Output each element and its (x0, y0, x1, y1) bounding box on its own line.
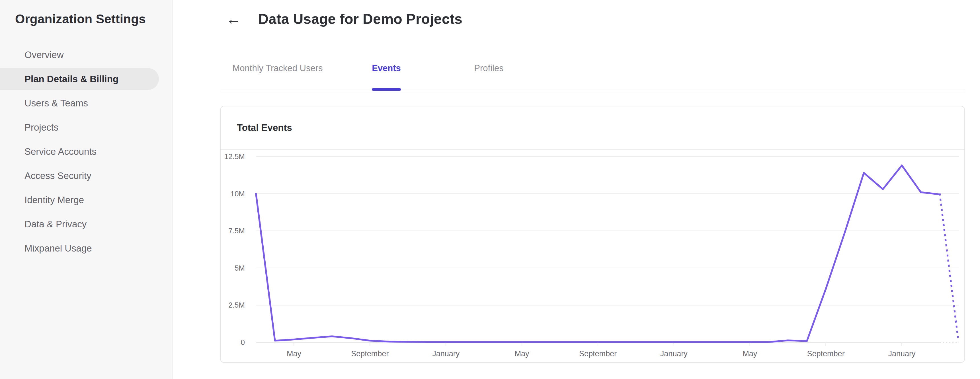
sidebar-item-mixpanel-usage[interactable]: Mixpanel Usage (0, 237, 159, 259)
y-axis-label: 0 (211, 338, 245, 347)
x-axis-label: September (807, 349, 845, 358)
y-axis-label: 10M (211, 189, 245, 198)
y-axis-label: 5M (211, 263, 245, 273)
page: Organization Settings OverviewPlan Detai… (0, 0, 980, 379)
back-arrow-icon[interactable]: ← (224, 10, 244, 30)
tab-monthly-tracked-users[interactable]: Monthly Tracked Users (232, 63, 323, 77)
sidebar-item-overview[interactable]: Overview (0, 44, 159, 66)
x-axis-label: May (287, 349, 301, 358)
x-axis-label: September (351, 349, 389, 358)
sidebar-nav: OverviewPlan Details & BillingUsers & Te… (0, 44, 173, 262)
sidebar-item-identity-merge[interactable]: Identity Merge (0, 189, 159, 211)
x-axis-label: January (888, 349, 915, 358)
total-events-card: Total Events (220, 106, 965, 363)
y-axis-label: 7.5M (211, 226, 245, 235)
x-axis-label: January (660, 349, 687, 358)
sidebar-item-access-security[interactable]: Access Security (0, 165, 159, 187)
x-axis-label: January (432, 349, 460, 358)
tab-events[interactable]: Events (372, 63, 401, 77)
card-header-divider (221, 149, 964, 150)
y-axis-label: 12.5M (211, 152, 245, 161)
x-axis-label: May (743, 349, 757, 358)
page-title: Data Usage for Demo Projects (258, 11, 462, 27)
sidebar-item-users-and-teams[interactable]: Users & Teams (0, 92, 159, 114)
sidebar-item-projects[interactable]: Projects (0, 116, 159, 138)
sidebar-item-service-accounts[interactable]: Service Accounts (0, 141, 159, 162)
sidebar-item-data-and-privacy[interactable]: Data & Privacy (0, 213, 159, 235)
x-axis-label: September (579, 349, 617, 358)
tabs-divider (220, 91, 966, 91)
x-axis-label: May (515, 349, 529, 358)
sidebar-title: Organization Settings (15, 12, 146, 26)
tab-profiles[interactable]: Profiles (474, 63, 503, 77)
y-axis-label: 2.5M (211, 300, 245, 309)
sidebar-item-plan-details-and-billing[interactable]: Plan Details & Billing (0, 68, 159, 90)
sidebar: Organization Settings OverviewPlan Detai… (0, 0, 173, 379)
chart-title: Total Events (237, 122, 292, 133)
